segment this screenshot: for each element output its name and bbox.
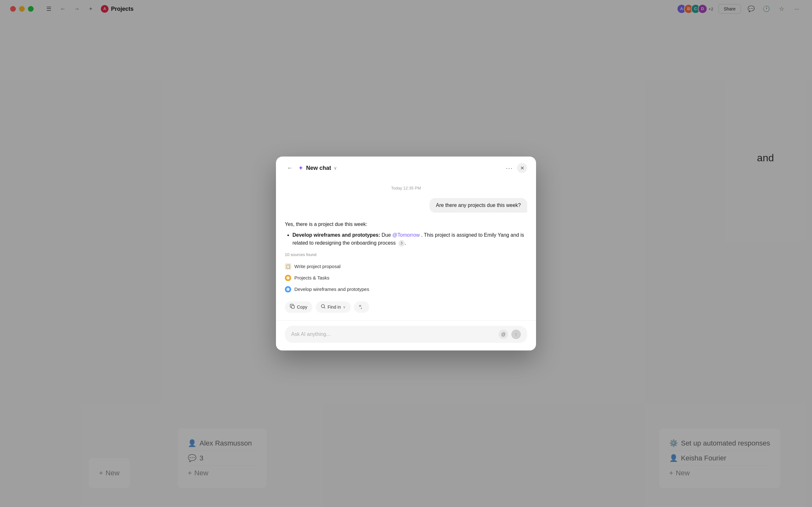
search-icon <box>321 304 326 310</box>
source-icon-task: 📋 <box>285 263 291 270</box>
action-buttons-row: Copy Find in ∨ <box>285 301 527 313</box>
svg-point-3 <box>321 304 324 308</box>
modal-back-button[interactable]: ← <box>285 163 295 173</box>
ai-response-container: Yes, there is a project due this week: D… <box>285 220 527 313</box>
svg-rect-2 <box>292 305 294 308</box>
source-item-2[interactable]: Projects & Tasks <box>285 272 527 284</box>
ai-sparkle-icon: ✦ <box>298 164 304 172</box>
undo-icon <box>359 304 364 310</box>
copy-icon <box>290 304 295 310</box>
user-message-container: Are there any projects due this week? <box>285 198 527 213</box>
ask-ai-input[interactable] <box>291 331 496 337</box>
bullet-bold: Develop wireframes and prototypes: <box>293 232 380 238</box>
modal-input-area: @ ↑ <box>276 320 536 350</box>
source-icon-sub <box>285 286 291 292</box>
source-item-1[interactable]: 📋 Write project proposal <box>285 261 527 272</box>
modal-header-right: ··· ✕ <box>504 163 527 173</box>
modal-more-button[interactable]: ··· <box>504 163 514 173</box>
svg-point-0 <box>287 276 290 279</box>
info-badge[interactable]: 3 <box>398 240 405 246</box>
at-mention-button[interactable]: @ <box>499 330 508 339</box>
message-timestamp: Today 12:35 PM <box>285 186 527 190</box>
modal-body: Today 12:35 PM Are there any projects du… <box>276 179 536 320</box>
modal-title-chevron-icon: ∨ <box>334 165 337 170</box>
source-item-3[interactable]: Develop wireframes and prototypes <box>285 284 527 295</box>
ai-response-list-item-1: Develop wireframes and prototypes: Due @… <box>293 231 527 247</box>
ai-response-list: Develop wireframes and prototypes: Due @… <box>285 231 527 247</box>
sources-section: 10 sources found 📋 Write project proposa… <box>285 252 527 295</box>
source-icon-project <box>285 275 291 281</box>
find-in-button[interactable]: Find in ∨ <box>316 301 351 313</box>
bullet-tag: @Tomorrow <box>392 232 420 238</box>
ai-response-text: Yes, there is a project due this week: D… <box>285 220 527 247</box>
modal-close-button[interactable]: ✕ <box>517 163 527 173</box>
find-in-chevron-icon: ∨ <box>343 305 346 309</box>
svg-point-1 <box>287 288 290 291</box>
modal-title: New chat <box>306 165 331 171</box>
undo-button[interactable] <box>354 301 369 313</box>
modal-header: ← ✦ New chat ∨ ··· ✕ <box>276 157 536 179</box>
modal-title-area: ✦ New chat ∨ <box>298 164 337 172</box>
user-message-bubble: Are there any projects due this week? <box>429 198 527 213</box>
input-container: @ ↑ <box>285 326 527 343</box>
sources-count: 10 sources found <box>285 252 527 257</box>
copy-button[interactable]: Copy <box>285 301 312 313</box>
ai-chat-modal: ← ✦ New chat ∨ ··· ✕ Today 12:35 PM Are … <box>276 157 536 350</box>
send-button[interactable]: ↑ <box>511 330 521 339</box>
